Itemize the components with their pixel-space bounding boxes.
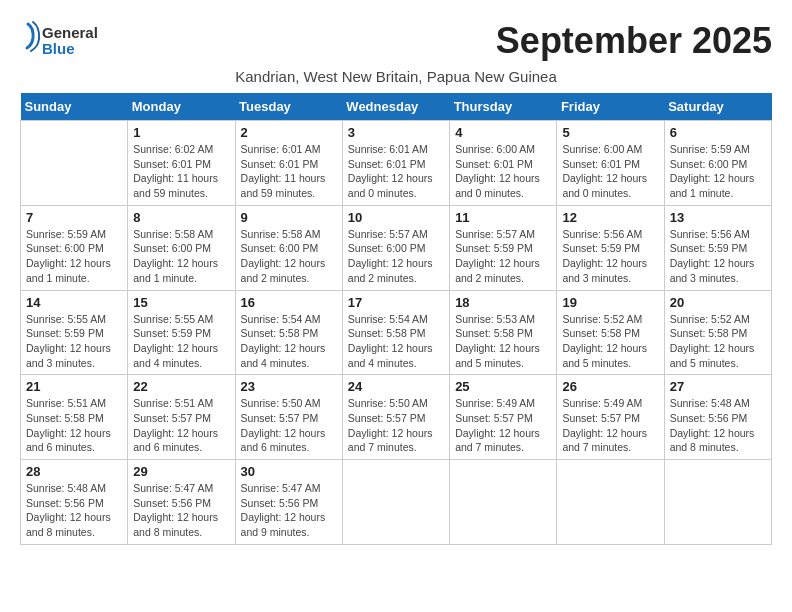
day-number: 6 — [670, 125, 766, 140]
day-number: 11 — [455, 210, 551, 225]
day-info: Sunrise: 5:59 AMSunset: 6:00 PMDaylight:… — [670, 142, 766, 201]
calendar-header-row: SundayMondayTuesdayWednesdayThursdayFrid… — [21, 93, 772, 121]
calendar-cell: 28 Sunrise: 5:48 AMSunset: 5:56 PMDaylig… — [21, 460, 128, 545]
calendar-day-header: Sunday — [21, 93, 128, 121]
calendar-cell: 13 Sunrise: 5:56 AMSunset: 5:59 PMDaylig… — [664, 205, 771, 290]
calendar-cell: 9 Sunrise: 5:58 AMSunset: 6:00 PMDayligh… — [235, 205, 342, 290]
calendar-cell: 18 Sunrise: 5:53 AMSunset: 5:58 PMDaylig… — [450, 290, 557, 375]
day-info: Sunrise: 5:57 AMSunset: 6:00 PMDaylight:… — [348, 227, 444, 286]
calendar-cell: 8 Sunrise: 5:58 AMSunset: 6:00 PMDayligh… — [128, 205, 235, 290]
calendar-cell: 7 Sunrise: 5:59 AMSunset: 6:00 PMDayligh… — [21, 205, 128, 290]
day-number: 19 — [562, 295, 658, 310]
day-info: Sunrise: 5:50 AMSunset: 5:57 PMDaylight:… — [241, 396, 337, 455]
calendar-cell: 27 Sunrise: 5:48 AMSunset: 5:56 PMDaylig… — [664, 375, 771, 460]
day-info: Sunrise: 5:48 AMSunset: 5:56 PMDaylight:… — [26, 481, 122, 540]
calendar-cell: 30 Sunrise: 5:47 AMSunset: 5:56 PMDaylig… — [235, 460, 342, 545]
day-number: 18 — [455, 295, 551, 310]
calendar-cell: 19 Sunrise: 5:52 AMSunset: 5:58 PMDaylig… — [557, 290, 664, 375]
day-info: Sunrise: 5:56 AMSunset: 5:59 PMDaylight:… — [562, 227, 658, 286]
day-number: 28 — [26, 464, 122, 479]
day-number: 7 — [26, 210, 122, 225]
day-number: 30 — [241, 464, 337, 479]
day-info: Sunrise: 5:53 AMSunset: 5:58 PMDaylight:… — [455, 312, 551, 371]
day-number: 5 — [562, 125, 658, 140]
day-info: Sunrise: 5:47 AMSunset: 5:56 PMDaylight:… — [241, 481, 337, 540]
logo-svg: General Blue — [20, 20, 110, 62]
day-info: Sunrise: 5:58 AMSunset: 6:00 PMDaylight:… — [133, 227, 229, 286]
day-number: 12 — [562, 210, 658, 225]
calendar-day-header: Saturday — [664, 93, 771, 121]
calendar-cell: 14 Sunrise: 5:55 AMSunset: 5:59 PMDaylig… — [21, 290, 128, 375]
day-info: Sunrise: 5:51 AMSunset: 5:57 PMDaylight:… — [133, 396, 229, 455]
day-info: Sunrise: 5:58 AMSunset: 6:00 PMDaylight:… — [241, 227, 337, 286]
day-info: Sunrise: 5:54 AMSunset: 5:58 PMDaylight:… — [348, 312, 444, 371]
calendar-cell — [664, 460, 771, 545]
day-info: Sunrise: 5:51 AMSunset: 5:58 PMDaylight:… — [26, 396, 122, 455]
calendar-cell: 24 Sunrise: 5:50 AMSunset: 5:57 PMDaylig… — [342, 375, 449, 460]
day-number: 29 — [133, 464, 229, 479]
calendar-cell: 29 Sunrise: 5:47 AMSunset: 5:56 PMDaylig… — [128, 460, 235, 545]
day-info: Sunrise: 6:01 AMSunset: 6:01 PMDaylight:… — [241, 142, 337, 201]
calendar-cell — [21, 121, 128, 206]
calendar-day-header: Tuesday — [235, 93, 342, 121]
day-number: 16 — [241, 295, 337, 310]
day-info: Sunrise: 5:49 AMSunset: 5:57 PMDaylight:… — [455, 396, 551, 455]
day-info: Sunrise: 5:56 AMSunset: 5:59 PMDaylight:… — [670, 227, 766, 286]
day-number: 23 — [241, 379, 337, 394]
day-info: Sunrise: 6:00 AMSunset: 6:01 PMDaylight:… — [455, 142, 551, 201]
day-number: 4 — [455, 125, 551, 140]
calendar-cell: 26 Sunrise: 5:49 AMSunset: 5:57 PMDaylig… — [557, 375, 664, 460]
month-title: September 2025 — [496, 20, 772, 62]
day-number: 8 — [133, 210, 229, 225]
day-info: Sunrise: 5:55 AMSunset: 5:59 PMDaylight:… — [133, 312, 229, 371]
title-section: September 2025 — [496, 20, 772, 62]
day-info: Sunrise: 5:54 AMSunset: 5:58 PMDaylight:… — [241, 312, 337, 371]
day-number: 27 — [670, 379, 766, 394]
logo: General Blue — [20, 20, 110, 62]
calendar-cell — [557, 460, 664, 545]
calendar-cell: 17 Sunrise: 5:54 AMSunset: 5:58 PMDaylig… — [342, 290, 449, 375]
day-info: Sunrise: 5:55 AMSunset: 5:59 PMDaylight:… — [26, 312, 122, 371]
calendar-cell: 21 Sunrise: 5:51 AMSunset: 5:58 PMDaylig… — [21, 375, 128, 460]
calendar-week-row: 14 Sunrise: 5:55 AMSunset: 5:59 PMDaylig… — [21, 290, 772, 375]
calendar-table: SundayMondayTuesdayWednesdayThursdayFrid… — [20, 93, 772, 545]
calendar-cell: 25 Sunrise: 5:49 AMSunset: 5:57 PMDaylig… — [450, 375, 557, 460]
calendar-cell: 2 Sunrise: 6:01 AMSunset: 6:01 PMDayligh… — [235, 121, 342, 206]
day-number: 25 — [455, 379, 551, 394]
day-info: Sunrise: 6:01 AMSunset: 6:01 PMDaylight:… — [348, 142, 444, 201]
day-number: 26 — [562, 379, 658, 394]
calendar-cell: 11 Sunrise: 5:57 AMSunset: 5:59 PMDaylig… — [450, 205, 557, 290]
calendar-cell: 12 Sunrise: 5:56 AMSunset: 5:59 PMDaylig… — [557, 205, 664, 290]
calendar-cell: 23 Sunrise: 5:50 AMSunset: 5:57 PMDaylig… — [235, 375, 342, 460]
calendar-day-header: Monday — [128, 93, 235, 121]
calendar-cell: 16 Sunrise: 5:54 AMSunset: 5:58 PMDaylig… — [235, 290, 342, 375]
day-info: Sunrise: 5:48 AMSunset: 5:56 PMDaylight:… — [670, 396, 766, 455]
calendar-day-header: Friday — [557, 93, 664, 121]
day-info: Sunrise: 5:59 AMSunset: 6:00 PMDaylight:… — [26, 227, 122, 286]
day-number: 22 — [133, 379, 229, 394]
calendar-cell — [342, 460, 449, 545]
day-number: 9 — [241, 210, 337, 225]
day-number: 1 — [133, 125, 229, 140]
day-number: 2 — [241, 125, 337, 140]
day-number: 20 — [670, 295, 766, 310]
calendar-day-header: Thursday — [450, 93, 557, 121]
calendar-week-row: 21 Sunrise: 5:51 AMSunset: 5:58 PMDaylig… — [21, 375, 772, 460]
day-info: Sunrise: 5:50 AMSunset: 5:57 PMDaylight:… — [348, 396, 444, 455]
calendar-week-row: 1 Sunrise: 6:02 AMSunset: 6:01 PMDayligh… — [21, 121, 772, 206]
calendar-cell: 22 Sunrise: 5:51 AMSunset: 5:57 PMDaylig… — [128, 375, 235, 460]
day-number: 13 — [670, 210, 766, 225]
svg-text:General: General — [42, 24, 98, 41]
page-header: General Blue September 2025 — [20, 20, 772, 62]
day-info: Sunrise: 5:52 AMSunset: 5:58 PMDaylight:… — [562, 312, 658, 371]
day-number: 24 — [348, 379, 444, 394]
day-number: 10 — [348, 210, 444, 225]
calendar-cell — [450, 460, 557, 545]
day-info: Sunrise: 6:02 AMSunset: 6:01 PMDaylight:… — [133, 142, 229, 201]
calendar-cell: 6 Sunrise: 5:59 AMSunset: 6:00 PMDayligh… — [664, 121, 771, 206]
day-number: 3 — [348, 125, 444, 140]
calendar-cell: 10 Sunrise: 5:57 AMSunset: 6:00 PMDaylig… — [342, 205, 449, 290]
day-info: Sunrise: 6:00 AMSunset: 6:01 PMDaylight:… — [562, 142, 658, 201]
day-number: 17 — [348, 295, 444, 310]
calendar-week-row: 28 Sunrise: 5:48 AMSunset: 5:56 PMDaylig… — [21, 460, 772, 545]
